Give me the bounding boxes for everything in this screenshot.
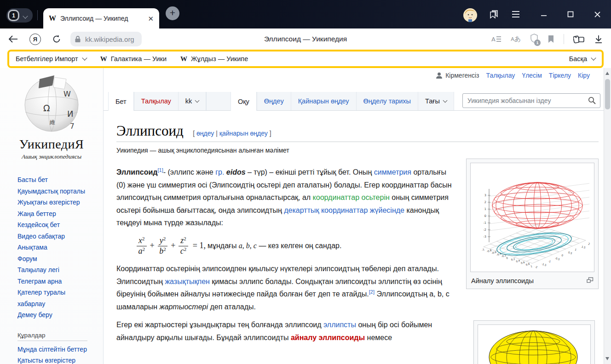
personal-link-register[interactable]: Тіркелу	[549, 72, 571, 79]
sidebar-link[interactable]: Форум	[17, 253, 92, 265]
tab-label: Бет	[115, 98, 127, 105]
page-scrollbar[interactable]	[604, 68, 611, 364]
sidebar-tools: Мұнда сілтейтін беттерҚатысты өзгерістер…	[17, 344, 103, 364]
svg-text:1: 1	[530, 265, 532, 268]
tab-group-counter[interactable]: 1	[6, 8, 33, 23]
sidebar-link[interactable]: Демеу беру	[17, 309, 92, 321]
tab-language-selector[interactable]: kk	[178, 92, 207, 110]
translate-icon[interactable]: Aあ	[511, 35, 521, 43]
tab-title: Эллипсоид — Уикипед	[60, 15, 144, 22]
inline-link[interactable]: [1]	[157, 167, 163, 173]
inline-link[interactable]: жазықтықпен	[165, 278, 209, 285]
chevron-down-icon	[591, 55, 596, 60]
chevron-down-icon	[82, 55, 87, 60]
personal-link-talk[interactable]: Талқылау	[486, 72, 515, 79]
bookmark-item[interactable]: W Галактика — Уики	[100, 55, 167, 63]
personal-link-contribs[interactable]: Үлесім	[522, 72, 542, 79]
inline-link[interactable]: гр.	[215, 168, 224, 176]
sidebar-link[interactable]: Қауымдастық порталы	[17, 186, 92, 197]
sidebar-link[interactable]: Жаңа беттер	[17, 208, 92, 220]
svg-text:0.5: 0.5	[568, 251, 573, 255]
sidebar-link[interactable]: Видео сабақтар	[17, 231, 92, 242]
figure-image[interactable]	[478, 324, 591, 364]
close-button[interactable]	[594, 11, 601, 18]
tab-talk[interactable]: Талқылау	[134, 92, 178, 110]
math-var: y	[160, 236, 163, 245]
reload-button[interactable]	[52, 34, 61, 44]
svg-text:-3: -3	[484, 235, 486, 239]
tab-page[interactable]: Бет	[108, 92, 134, 111]
text-segment: жартыостері	[160, 303, 208, 311]
tab-edit[interactable]: Өңдеу	[257, 92, 291, 110]
sidebar-link[interactable]: Кездейсоқ бет	[17, 219, 92, 231]
sidebar-tool-link[interactable]: Қатысты өзгерістер	[17, 355, 92, 364]
bookmark-item[interactable]: W Жұлдыз — Уикипе	[180, 55, 248, 63]
figure-yellow-ellipsoid[interactable]	[473, 320, 595, 364]
sidebar-link[interactable]: Телеграм арна	[17, 276, 92, 287]
wikipedia-logo[interactable]: WΩИ維7 УикипедиЯ Ашық энциклопедиясы	[12, 74, 91, 160]
personal-link-login[interactable]: Кіру	[578, 72, 590, 79]
math-exp: 2	[142, 236, 145, 241]
tab-list-chevron[interactable]	[19, 11, 31, 20]
reader-mode-icon[interactable]: A	[491, 35, 501, 43]
address-bar[interactable]: kk.wikipedia.org	[70, 32, 142, 46]
sidebar-link[interactable]: Талқылау легі	[17, 264, 92, 276]
side-panels-icon[interactable]	[489, 10, 499, 19]
scroll-up-arrow[interactable]	[605, 72, 609, 75]
tab-read[interactable]: Оқу	[231, 92, 257, 111]
browser-tab-active[interactable]: W Эллипсоид — Уикипед ✕	[43, 8, 159, 28]
svg-text:-0.5: -0.5	[554, 256, 560, 261]
text-segment: – түр) – екінші ретті тұйық бет. Оның	[246, 168, 374, 176]
sidebar-tool-link[interactable]: Мұнда сілтейтін беттер	[17, 344, 92, 355]
tab-label: kk	[185, 97, 192, 105]
enlarge-icon[interactable]	[587, 277, 594, 283]
tab-label: Өңделу тарихы	[363, 97, 411, 105]
inline-link[interactable]: координаттар осьтерін	[313, 193, 390, 201]
sidebar-link[interactable]: Басты бет	[17, 174, 92, 186]
back-button[interactable]	[8, 35, 18, 43]
tab-more[interactable]: Тағы	[418, 92, 454, 110]
menu-icon[interactable]	[511, 11, 520, 18]
sidebar-link[interactable]: Анықтама	[17, 242, 92, 253]
search-icon[interactable]	[588, 97, 596, 104]
inline-link[interactable]: декарттық координаттар жүйесінде	[284, 206, 404, 214]
collections-icon[interactable]	[573, 34, 585, 44]
inline-link[interactable]: симметрия	[374, 168, 411, 176]
search-input[interactable]	[462, 93, 600, 108]
sidebar-link[interactable]: Жуықтағы өзгерістер	[17, 197, 92, 208]
download-icon[interactable]	[594, 35, 603, 44]
edit-link[interactable]: өңдеу	[196, 130, 214, 137]
yandex-button[interactable]: Я	[29, 34, 41, 45]
tab-label: Өңдеу	[264, 97, 284, 105]
sidebar-link[interactable]: Қателер туралы хабарлау	[17, 287, 92, 309]
inline-link[interactable]: эллипсты	[323, 321, 356, 329]
svg-text:-1: -1	[548, 260, 551, 263]
bookmarks-more-button[interactable]: Басқа	[569, 55, 595, 63]
scrollbar-thumb[interactable]	[605, 79, 610, 109]
scroll-down-arrow[interactable]	[605, 357, 609, 360]
edit-source-link[interactable]: қайнарын өңдеу	[219, 130, 268, 137]
url-text: kk.wikipedia.org	[85, 35, 134, 43]
figure-image[interactable]: 3210-1-2-3-1-0.8-0.6-0.4-0.200.20.40.60.…	[470, 163, 594, 272]
tab-history[interactable]: Өңделу тарихы	[356, 92, 418, 110]
inline-link[interactable]: [2]	[369, 289, 375, 295]
new-tab-button[interactable]: +	[166, 6, 179, 20]
bookmarks-import-folder[interactable]: Бетбелгілер Импорт	[16, 55, 86, 63]
tab-edit-source[interactable]: Қайнарын өңдеу	[291, 92, 356, 110]
username-label: Кірмегенсіз	[445, 72, 479, 79]
math-var: x	[138, 236, 142, 245]
profile-avatar[interactable]	[463, 8, 477, 22]
bookmark-flag-icon[interactable]	[548, 35, 554, 43]
maximize-button[interactable]	[567, 11, 574, 17]
figure-ellipsoid-plot[interactable]: 3210-1-2-3-1-0.8-0.6-0.4-0.200.20.40.60.…	[466, 159, 599, 289]
site-subtitle: Уикипедия — ашық энциклопедиясынан алынғ…	[116, 147, 599, 154]
username-display[interactable]: Кірмегенсіз	[436, 72, 479, 79]
protect-shield-icon[interactable]: 1	[530, 34, 538, 45]
fraction: x2 a2	[137, 236, 147, 256]
wikipedia-favicon: W	[100, 55, 107, 63]
lock-icon[interactable]	[75, 35, 81, 43]
inline-link[interactable]: айналу эллипсоиды	[291, 334, 365, 341]
tab-label: Талқылау	[141, 97, 171, 105]
minimize-button[interactable]	[541, 11, 547, 17]
tab-close-icon[interactable]: ✕	[148, 15, 154, 22]
